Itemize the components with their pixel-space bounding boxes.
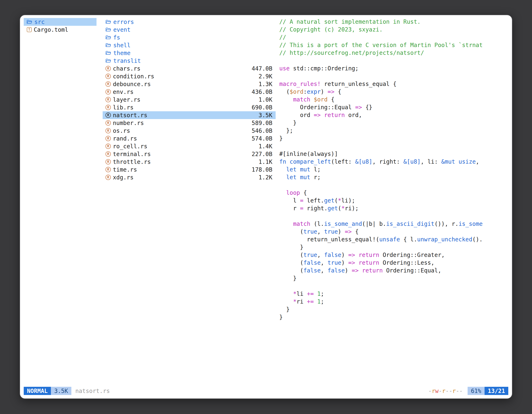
rust-icon: R <box>105 167 111 172</box>
file-name: ro_cell.rs <box>113 143 147 150</box>
file-row[interactable]: src <box>24 18 96 26</box>
file-row[interactable]: Rrand.rs574.0B <box>103 135 276 142</box>
code-line: } <box>279 313 509 321</box>
code-line: } <box>279 306 509 313</box>
code-line <box>279 212 509 220</box>
folder-icon <box>105 34 111 40</box>
code-line: } <box>279 119 509 127</box>
file-size: 1.1K <box>259 159 272 165</box>
file-name: shell <box>113 42 131 49</box>
file-row[interactable]: shell <box>103 41 276 49</box>
rust-icon: R <box>105 128 111 133</box>
file-row[interactable]: Rcondition.rs2.9K <box>103 72 276 80</box>
code-line: r = right.get(*ri); <box>279 204 509 212</box>
code-line: // This is a port of the C version of Ma… <box>279 41 509 49</box>
file-name: rand.rs <box>113 135 137 142</box>
file-row[interactable]: Renv.rs436.0B <box>103 88 276 96</box>
folder-icon <box>105 19 111 25</box>
code-line: } <box>279 243 509 251</box>
file-name: os.rs <box>113 127 130 134</box>
folder-icon <box>105 50 111 56</box>
code-line: loop { <box>279 189 509 197</box>
code-line <box>279 142 509 150</box>
file-size: 178.0B <box>252 166 272 173</box>
rust-icon: R <box>105 136 111 141</box>
toml-icon: T <box>27 27 32 32</box>
file-row[interactable]: Rterminal.rs227.0B <box>103 150 276 158</box>
file-row[interactable]: Rlayer.rs1.0K <box>103 96 276 104</box>
file-row[interactable]: TCargo.toml <box>24 26 96 34</box>
file-row[interactable]: Rthrottle.rs1.1K <box>103 158 276 166</box>
file-size: 2.9K <box>259 73 272 80</box>
file-name: env.rs <box>113 88 133 95</box>
file-row[interactable]: errors <box>103 18 276 26</box>
rust-icon: R <box>105 113 111 118</box>
code-line: *ri += 1; <box>279 298 509 306</box>
yazi-window: srcTCargo.toml errorseventfsshellthemetr… <box>20 15 512 399</box>
code-line: l = left.get(*li); <box>279 197 509 204</box>
file-name: terminal.rs <box>113 151 151 157</box>
code-line: // Copyright (c) 2023, sxyazi. <box>279 26 509 34</box>
rust-icon: R <box>105 175 111 180</box>
file-row[interactable]: Rchars.rs447.0B <box>103 65 276 72</box>
code-line <box>279 282 509 290</box>
code-line: match $ord { <box>279 96 509 104</box>
file-name: fs <box>113 34 120 41</box>
file-name: debounce.rs <box>113 81 151 87</box>
code-line <box>279 57 509 65</box>
file-name: event <box>113 26 131 33</box>
file-name: throttle.rs <box>113 159 151 165</box>
mode-badge: NORMAL <box>24 387 51 395</box>
code-line: Ordering::Equal => {} <box>279 104 509 111</box>
status-bar: NORMAL 3.5K natsort.rs -rw-r--r-- 61% 13… <box>24 387 508 395</box>
code-line: // http://sourcefrog.net/projects/natsor… <box>279 49 509 57</box>
file-name: theme <box>113 50 131 57</box>
file-row[interactable]: fs <box>103 34 276 41</box>
code-line: (false, true) => return Ordering::Less, <box>279 259 509 267</box>
file-name: layer.rs <box>113 96 141 103</box>
parent-pane: srcTCargo.toml <box>24 18 96 34</box>
file-size: 1.2K <box>259 174 272 181</box>
code-line: return_unless_equal!(unsafe { l.unwrap_u… <box>279 236 509 243</box>
file-size: 447.0B <box>252 65 272 72</box>
preview-code: // A natural sort implementation in Rust… <box>279 18 509 321</box>
code-line: } <box>279 275 509 282</box>
code-line <box>279 72 509 80</box>
file-size: 574.0B <box>252 135 272 142</box>
file-row[interactable]: theme <box>103 49 276 57</box>
file-row[interactable]: event <box>103 26 276 34</box>
file-row[interactable]: Rdebounce.rs1.3K <box>103 80 276 88</box>
code-line: } <box>279 135 509 142</box>
position-badge: 13/21 <box>484 387 508 395</box>
size-badge: 3.5K <box>51 387 71 395</box>
code-line <box>279 181 509 189</box>
file-size: 1.0K <box>259 96 272 103</box>
file-name: translit <box>113 58 141 64</box>
code-line: macro_rules! return_unless_equal { <box>279 80 509 88</box>
file-row[interactable]: Rxdg.rs1.2K <box>103 173 276 181</box>
file-row[interactable]: Rnatsort.rs3.5K <box>103 111 276 119</box>
file-row[interactable]: Rnumber.rs589.0B <box>103 119 276 127</box>
file-row[interactable]: translit <box>103 57 276 65</box>
code-line: #[inline(always)] <box>279 150 509 158</box>
rust-icon: R <box>105 159 111 164</box>
rust-icon: R <box>105 74 111 79</box>
file-size: 436.0B <box>252 88 272 95</box>
file-row[interactable]: Ros.rs546.0B <box>103 127 276 135</box>
code-line: (true, false) => return Ordering::Greate… <box>279 251 509 259</box>
file-row[interactable]: Rtime.rs178.0B <box>103 166 276 173</box>
code-line: ($ord:expr) => { <box>279 88 509 96</box>
folder-icon <box>105 42 111 48</box>
file-name: natsort.rs <box>113 112 147 119</box>
file-row[interactable]: Rlib.rs690.0B <box>103 104 276 111</box>
current-pane: errorseventfsshellthemetranslitRchars.rs… <box>103 18 276 181</box>
code-line: fn compare_left(left: &[u8], right: &[u8… <box>279 158 509 166</box>
rust-icon: R <box>105 144 111 149</box>
file-name: chars.rs <box>113 65 141 72</box>
code-line: // A natural sort implementation in Rust… <box>279 18 509 26</box>
rust-icon: R <box>105 81 111 87</box>
rust-icon: R <box>105 89 111 95</box>
file-row[interactable]: Rro_cell.rs1.4K <box>103 142 276 150</box>
status-right: -rw-r--r-- 61% 13/21 <box>428 387 508 395</box>
rust-icon: R <box>105 120 111 125</box>
